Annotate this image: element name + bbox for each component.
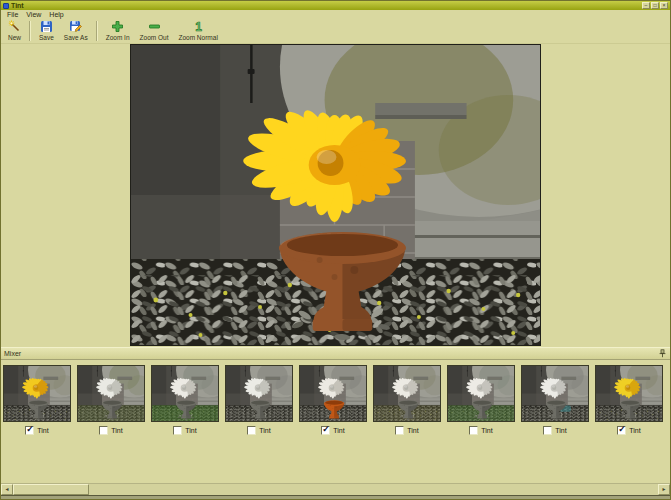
tint-checkbox-label: Tint <box>407 426 418 435</box>
window-bottom-edge <box>1 495 670 499</box>
tint-checkbox[interactable]: ✓ <box>543 426 552 435</box>
toolbar: New Save Save As Zoom In Zoom Out <box>1 19 670 44</box>
scroll-right-arrow-icon[interactable]: ► <box>658 484 670 495</box>
mixer-title: Mixer <box>4 350 658 357</box>
mixer-thumbnail-yellow-speckled-foliage: ✓ Tint <box>373 365 441 435</box>
tint-checkbox-row[interactable]: ✓ Tint <box>225 426 293 435</box>
mixer-thumbnail-image[interactable] <box>447 365 515 422</box>
maximize-button[interactable]: □ <box>651 2 659 9</box>
mixer-thumbnail-green-foliage-2: ✓ Tint <box>447 365 515 435</box>
tint-checkbox-row[interactable]: ✓ Tint <box>77 426 145 435</box>
new-button[interactable]: New <box>3 19 26 43</box>
magic-wand-icon <box>8 20 21 33</box>
mixer-thumbnail-green-foliage: ✓ Tint <box>151 365 219 435</box>
scrollbar-track[interactable] <box>89 484 658 495</box>
menu-file[interactable]: File <box>3 10 22 19</box>
checkmark-icon: ✓ <box>26 425 34 434</box>
tint-checkbox-label: Tint <box>111 426 122 435</box>
tint-checkbox-row[interactable]: ✓ Tint <box>447 426 515 435</box>
close-button[interactable]: × <box>660 2 668 9</box>
save-button[interactable]: Save <box>34 19 59 43</box>
svg-text:1: 1 <box>195 20 202 33</box>
tint-checkbox[interactable]: ✓ <box>25 426 34 435</box>
tint-checkbox-label: Tint <box>259 426 270 435</box>
green-one-icon: 1 <box>192 20 205 33</box>
floppy-disk-icon <box>40 20 53 33</box>
zoom-in-button[interactable]: Zoom In <box>101 19 135 43</box>
pin-icon[interactable] <box>658 349 667 358</box>
toolbar-separator <box>96 21 98 41</box>
mixer-thumbnail-orange-urn: ✓ Tint <box>299 365 367 435</box>
app-window: Tint – □ × File View Help New Save <box>0 0 671 500</box>
floppy-disk-edit-icon <box>69 20 82 33</box>
mixer-thumbnail-plain-greyscale: ✓ Tint <box>225 365 293 435</box>
main-image <box>131 45 540 345</box>
toolbar-separator <box>29 21 31 41</box>
tint-checkbox-row[interactable]: ✓ Tint <box>3 426 71 435</box>
tint-checkbox-row[interactable]: ✓ Tint <box>373 426 441 435</box>
window-title: Tint <box>11 2 642 10</box>
tint-checkbox-row[interactable]: ✓ Tint <box>151 426 219 435</box>
tint-checkbox-label: Tint <box>629 426 640 435</box>
mixer-thumbnail-image[interactable] <box>595 365 663 422</box>
mixer-thumbnail-yellow-flower-2: ✓ Tint <box>595 365 663 435</box>
mixer-thumbnail-grey-olive-foliage: ✓ Tint <box>77 365 145 435</box>
tint-checkbox[interactable]: ✓ <box>395 426 404 435</box>
horizontal-scrollbar[interactable]: ◄ ► <box>1 483 670 495</box>
menu-help[interactable]: Help <box>45 10 67 19</box>
tint-checkbox-label: Tint <box>37 426 48 435</box>
zoom-out-button[interactable]: Zoom Out <box>135 19 174 43</box>
green-plus-icon <box>111 20 124 33</box>
mixer-thumbnail-image[interactable] <box>521 365 589 422</box>
mixer-panel: Mixer ✓ Tint ✓ Tint <box>1 347 670 483</box>
menu-view[interactable]: View <box>22 10 45 19</box>
minimize-button[interactable]: – <box>642 2 650 9</box>
tint-checkbox[interactable]: ✓ <box>247 426 256 435</box>
mixer-thumbnail-image[interactable] <box>3 365 71 422</box>
scroll-left-arrow-icon[interactable]: ◄ <box>1 484 13 495</box>
mixer-header[interactable]: Mixer <box>1 347 670 360</box>
tint-checkbox-label: Tint <box>555 426 566 435</box>
tint-checkbox[interactable]: ✓ <box>173 426 182 435</box>
canvas-area <box>1 44 670 347</box>
tint-checkbox-label: Tint <box>185 426 196 435</box>
tint-checkbox[interactable]: ✓ <box>469 426 478 435</box>
mixer-thumbnail-image[interactable] <box>225 365 293 422</box>
save-as-button[interactable]: Save As <box>59 19 93 43</box>
green-minus-icon <box>148 20 161 33</box>
mixer-thumbnail-image[interactable] <box>373 365 441 422</box>
tint-checkbox[interactable]: ✓ <box>617 426 626 435</box>
tint-checkbox-label: Tint <box>333 426 344 435</box>
tint-checkbox-label: Tint <box>481 426 492 435</box>
mixer-thumbnail-teal-urn-base: ✓ Tint <box>521 365 589 435</box>
tint-checkbox[interactable]: ✓ <box>321 426 330 435</box>
checkmark-icon: ✓ <box>618 425 626 434</box>
title-bar: Tint – □ × <box>1 1 670 10</box>
app-icon <box>3 3 9 9</box>
main-image-frame <box>130 44 541 346</box>
scrollbar-thumb[interactable] <box>13 484 89 495</box>
mixer-thumbnail-row: ✓ Tint ✓ Tint ✓ Tint <box>1 360 670 435</box>
tint-checkbox[interactable]: ✓ <box>99 426 108 435</box>
mixer-thumbnail-yellow-flower: ✓ Tint <box>3 365 71 435</box>
checkmark-icon: ✓ <box>322 425 330 434</box>
tint-checkbox-row[interactable]: ✓ Tint <box>595 426 663 435</box>
zoom-normal-button[interactable]: 1 Zoom Normal <box>173 19 222 43</box>
mixer-thumbnail-image[interactable] <box>77 365 145 422</box>
tint-checkbox-row[interactable]: ✓ Tint <box>299 426 367 435</box>
menu-bar: File View Help <box>1 10 670 19</box>
tint-checkbox-row[interactable]: ✓ Tint <box>521 426 589 435</box>
mixer-thumbnail-image[interactable] <box>151 365 219 422</box>
mixer-thumbnail-image[interactable] <box>299 365 367 422</box>
